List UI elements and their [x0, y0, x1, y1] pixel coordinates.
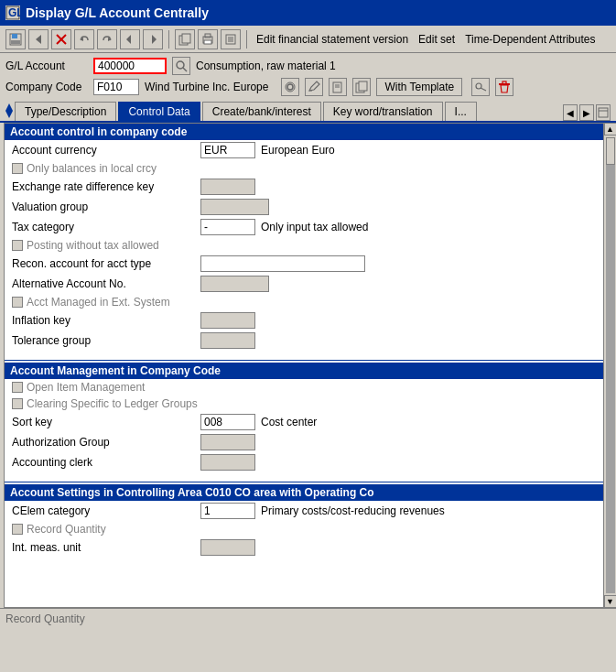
- tab-control-data[interactable]: Control Data: [118, 102, 200, 121]
- tolerance-group-row: Tolerance group: [5, 331, 603, 351]
- tax-category-label: Tax category: [12, 221, 195, 233]
- clearing-checkbox[interactable]: [12, 398, 23, 409]
- sort-key-row: Sort key Cost center: [5, 412, 603, 432]
- time-dependent-btn[interactable]: Time-Dependent Attributes: [461, 31, 599, 48]
- tab-nav-next[interactable]: ▶: [579, 104, 594, 121]
- svg-rect-3: [12, 34, 17, 38]
- search-icon[interactable]: [172, 57, 190, 75]
- auth-group-label: Authorization Group: [12, 436, 195, 449]
- svg-rect-30: [359, 81, 367, 91]
- edit-set-btn[interactable]: Edit set: [415, 31, 459, 48]
- tolerance-group-input[interactable]: [200, 332, 255, 349]
- nav-forward-btn[interactable]: [143, 29, 163, 49]
- gl-account-input[interactable]: [93, 58, 167, 74]
- edit-financial-btn[interactable]: Edit financial statement version: [253, 31, 412, 48]
- record-quantity-checkbox[interactable]: [12, 524, 23, 535]
- sort-key-description: Cost center: [261, 416, 317, 428]
- details-btn[interactable]: [221, 29, 241, 49]
- open-item-checkbox[interactable]: [12, 382, 23, 393]
- tab-nav-prev[interactable]: ◀: [563, 104, 578, 121]
- scroll-thumb[interactable]: [606, 137, 615, 165]
- sort-key-input[interactable]: [200, 414, 255, 430]
- celem-category-input[interactable]: [200, 503, 255, 519]
- toolbar: Edit financial statement version Edit se…: [0, 26, 616, 53]
- int-meas-unit-row: Int. meas. unit: [5, 537, 603, 558]
- save-btn[interactable]: [5, 29, 26, 49]
- alt-account-label: Alternative Account No.: [12, 277, 195, 290]
- content-wrapper: Account control in company code Account …: [0, 123, 616, 608]
- inflation-key-row: Inflation key: [5, 310, 603, 331]
- tax-category-input[interactable]: [200, 219, 255, 235]
- svg-rect-34: [503, 81, 506, 84]
- sort-key-label: Sort key: [12, 416, 195, 428]
- section-account-management: Account Management in Company Code: [5, 363, 603, 379]
- alt-account-row: Alternative Account No.: [5, 274, 603, 294]
- edit-icon[interactable]: [305, 78, 323, 96]
- acct-ext-checkbox[interactable]: [12, 297, 23, 308]
- exchange-rate-input[interactable]: [200, 179, 255, 195]
- exchange-rate-row: Exchange rate difference key: [5, 177, 603, 197]
- company-code-input[interactable]: [93, 79, 139, 95]
- back-btn[interactable]: [28, 29, 49, 49]
- copy2-icon[interactable]: [352, 78, 371, 96]
- tab-expand[interactable]: [596, 104, 611, 121]
- window-title: Display G/L Account Centrally: [26, 5, 209, 20]
- inflation-key-input[interactable]: [200, 312, 255, 329]
- redo-btn[interactable]: [97, 29, 117, 49]
- recon-account-row: Recon. account for acct type: [5, 254, 603, 274]
- app-icon: GL: [5, 5, 20, 20]
- delete-icon[interactable]: [495, 78, 513, 96]
- celem-category-label: CElem category: [12, 504, 195, 517]
- section-account-settings: Account Settings in Controlling Area C01…: [5, 484, 603, 501]
- accounting-clerk-input[interactable]: [200, 454, 255, 471]
- nav-back-btn[interactable]: [120, 29, 140, 49]
- exchange-rate-label: Exchange rate difference key: [12, 180, 195, 193]
- tab-create-bank[interactable]: Create/bank/interest: [202, 102, 321, 121]
- scrollbar[interactable]: ▲ ▼: [603, 123, 616, 608]
- scroll-up-btn[interactable]: ▲: [604, 123, 617, 135]
- valuation-input[interactable]: [200, 199, 269, 215]
- divider1: [5, 360, 603, 361]
- auth-group-row: Authorization Group: [5, 432, 603, 452]
- print-btn[interactable]: [198, 29, 218, 49]
- posting-tax-row: Posting without tax allowed: [5, 237, 603, 254]
- status-bar: Record Quantity: [0, 608, 616, 628]
- currency-input[interactable]: [200, 142, 255, 158]
- tab-keyword[interactable]: Key word/translation: [323, 102, 443, 121]
- auth-group-input[interactable]: [200, 434, 255, 450]
- alt-account-input[interactable]: [200, 276, 269, 292]
- section-account-control: Account control in company code: [5, 124, 603, 140]
- inflation-key-label: Inflation key: [12, 314, 195, 327]
- scroll-track[interactable]: [606, 137, 615, 593]
- tabs-bar: Type/Description Control Data Create/ban…: [0, 100, 616, 123]
- svg-point-21: [177, 61, 184, 69]
- cancel-btn[interactable]: [51, 29, 71, 49]
- recon-account-label: Recon. account for acct type: [12, 257, 195, 270]
- svg-rect-4: [11, 40, 20, 44]
- status-text: Record Quantity: [5, 612, 85, 625]
- int-meas-unit-label: Int. meas. unit: [12, 541, 195, 554]
- undo-btn[interactable]: [74, 29, 94, 49]
- local-crcy-row: Only balances in local crcy: [5, 160, 603, 177]
- scroll-down-btn[interactable]: ▼: [604, 595, 617, 608]
- copy-page-icon[interactable]: [329, 78, 347, 96]
- settings-icon[interactable]: [281, 78, 299, 96]
- accounting-clerk-row: Accounting clerk: [5, 452, 603, 472]
- svg-marker-11: [152, 35, 157, 44]
- acct-ext-row: Acct Managed in Ext. System: [5, 294, 603, 310]
- copy-btn[interactable]: [175, 29, 195, 49]
- tab-i[interactable]: I...: [445, 102, 477, 121]
- int-meas-unit-input[interactable]: [200, 539, 255, 556]
- clearing-label: Clearing Specific to Ledger Groups: [27, 397, 198, 410]
- recon-account-select[interactable]: [200, 255, 365, 272]
- open-item-label: Open Item Management: [27, 381, 145, 394]
- svg-line-22: [183, 68, 187, 71]
- posting-tax-checkbox[interactable]: [12, 240, 23, 251]
- tab-type-description[interactable]: Type/Description: [15, 102, 116, 121]
- local-crcy-checkbox[interactable]: [12, 163, 23, 174]
- key-icon[interactable]: [471, 78, 490, 96]
- with-template-btn[interactable]: With Template: [376, 78, 462, 96]
- svg-point-23: [287, 84, 293, 90]
- main-content: Account control in company code Account …: [4, 123, 603, 608]
- acct-ext-label: Acct Managed in Ext. System: [27, 296, 170, 309]
